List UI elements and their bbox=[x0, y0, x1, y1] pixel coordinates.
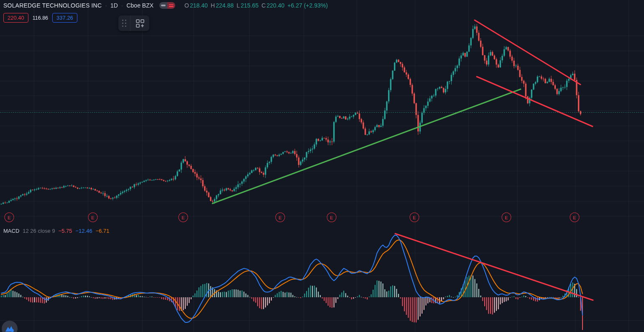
mountain-chart-icon bbox=[5, 324, 15, 332]
price-badge-row: 220.40 116.86 337.26 bbox=[3, 13, 77, 23]
toggle-dash-icon bbox=[159, 2, 167, 9]
price-value-plain: 116.86 bbox=[33, 15, 48, 21]
price-chart-canvas[interactable] bbox=[0, 0, 644, 226]
price-badge-red[interactable]: 220.40 bbox=[3, 13, 28, 23]
earnings-marker[interactable]: E bbox=[327, 213, 337, 222]
close-label: C bbox=[261, 2, 266, 9]
earnings-marker[interactable]: E bbox=[179, 213, 188, 222]
macd-hist-value: −5.75 bbox=[59, 228, 72, 234]
drag-dots-icon bbox=[122, 20, 127, 27]
earnings-marker[interactable]: E bbox=[410, 213, 419, 222]
grid-plus-icon bbox=[135, 19, 145, 28]
macd-indicator-name[interactable]: MACD bbox=[3, 228, 19, 234]
macd-status-row: MACD 12 26 close 9 −5.75 −12.46 −6.71 bbox=[3, 228, 110, 234]
earnings-marker[interactable]: E bbox=[570, 213, 580, 222]
macd-signal-value: −6.71 bbox=[96, 228, 110, 234]
macd-line-value: −12.46 bbox=[76, 228, 92, 234]
interval-label[interactable]: 1D bbox=[110, 2, 118, 9]
chart-header: SOLAREDGE TECHNOLOGIES INC · 1D · Cboe B… bbox=[3, 2, 328, 9]
high-label: H bbox=[211, 2, 215, 9]
low-value: 215.65 bbox=[241, 2, 259, 9]
low-label: L bbox=[237, 2, 240, 9]
price-badge-blue[interactable]: 337.26 bbox=[52, 13, 77, 23]
open-value: 218.40 bbox=[190, 2, 208, 9]
change-value: +6.27 (+2.93%) bbox=[287, 2, 328, 9]
toolbar-grid-add-button[interactable] bbox=[130, 15, 149, 31]
toggle-lines-icon bbox=[167, 2, 175, 9]
earnings-marker[interactable]: E bbox=[5, 213, 14, 222]
ohlc-readout: O 218.40 H 224.88 L 215.65 C 220.40 +6.2… bbox=[184, 2, 328, 9]
close-value: 220.40 bbox=[266, 2, 284, 9]
earnings-marker[interactable]: E bbox=[88, 213, 98, 222]
high-value: 224.88 bbox=[216, 2, 234, 9]
exchange-label[interactable]: Cboe BZX bbox=[126, 2, 153, 9]
open-label: O bbox=[184, 2, 189, 9]
ohlc-visibility-toggle[interactable] bbox=[159, 2, 175, 9]
floating-toolbar bbox=[118, 15, 149, 31]
symbol-title[interactable]: SOLAREDGE TECHNOLOGIES INC bbox=[3, 2, 102, 9]
title-separator: · bbox=[121, 2, 123, 9]
macd-indicator-params: 12 26 close 9 bbox=[23, 228, 55, 234]
earnings-marker[interactable]: E bbox=[502, 213, 511, 222]
toolbar-drag-handle[interactable] bbox=[118, 15, 130, 31]
tradingview-chart-app: SOLAREDGE TECHNOLOGIES INC · 1D · Cboe B… bbox=[0, 0, 644, 332]
earnings-marker[interactable]: E bbox=[276, 213, 285, 222]
title-separator: · bbox=[105, 2, 107, 9]
macd-indicator-canvas[interactable] bbox=[0, 226, 644, 332]
